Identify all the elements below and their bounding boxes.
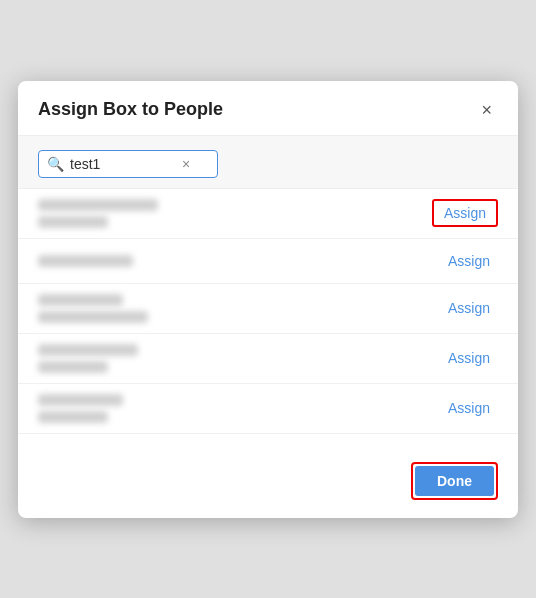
user-email-blur: [38, 216, 108, 228]
user-info: [38, 199, 158, 228]
user-info: [38, 255, 133, 267]
assign-button-1[interactable]: Assign: [432, 199, 498, 227]
assign-button-3[interactable]: Assign: [440, 296, 498, 320]
user-info: [38, 344, 138, 373]
user-name-blur: [38, 344, 138, 356]
list-item: Assign: [18, 334, 518, 384]
user-email-blur: [38, 411, 108, 423]
user-name-blur: [38, 199, 158, 211]
user-info: [38, 394, 123, 423]
user-email-blur: [38, 311, 148, 323]
footer-area: Done: [18, 444, 518, 518]
modal-header: Assign Box to People ×: [18, 81, 518, 136]
assign-button-5[interactable]: Assign: [440, 396, 498, 420]
modal-title: Assign Box to People: [38, 99, 223, 120]
user-email-blur: [38, 361, 108, 373]
user-name-blur: [38, 255, 133, 267]
user-name-blur: [38, 394, 123, 406]
list-item: Assign: [18, 239, 518, 284]
search-area: 🔍 ×: [18, 136, 518, 189]
clear-search-button[interactable]: ×: [180, 157, 192, 171]
search-icon: 🔍: [47, 156, 64, 172]
assign-button-2[interactable]: Assign: [440, 249, 498, 273]
done-button-wrapper: Done: [411, 462, 498, 500]
user-info: [38, 294, 148, 323]
assign-button-4[interactable]: Assign: [440, 346, 498, 370]
user-name-blur: [38, 294, 123, 306]
close-button[interactable]: ×: [475, 99, 498, 121]
assign-box-modal: Assign Box to People × 🔍 × Assign Assign: [18, 81, 518, 518]
search-wrapper: 🔍 ×: [38, 150, 218, 178]
list-area: Assign Assign Assign Assign: [18, 189, 518, 444]
list-item: Assign: [18, 384, 518, 434]
list-item: Assign: [18, 189, 518, 239]
list-item: Assign: [18, 284, 518, 334]
search-input[interactable]: [70, 156, 180, 172]
done-button[interactable]: Done: [415, 466, 494, 496]
